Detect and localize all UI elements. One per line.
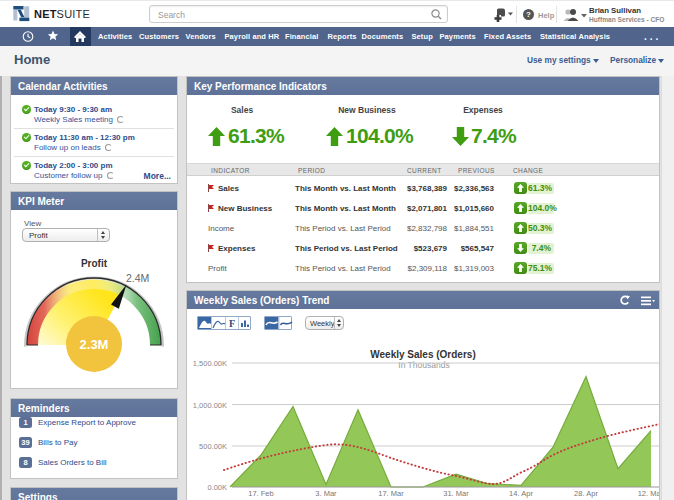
svg-text:14. Apr: 14. Apr (509, 489, 533, 498)
svg-text:2.4M: 2.4M (126, 272, 149, 284)
svg-text:28. Apr: 28. Apr (574, 489, 598, 498)
svg-text:31. Mar: 31. Mar (443, 489, 469, 498)
svg-text:1,500.00K: 1,500.00K (193, 359, 227, 368)
svg-text:500.00K: 500.00K (199, 442, 227, 451)
svg-text:Profit: Profit (81, 258, 108, 269)
svg-text:17. Feb: 17. Feb (248, 489, 273, 498)
svg-text:12. May: 12. May (638, 489, 659, 498)
svg-text:1,000.00K: 1,000.00K (193, 401, 227, 410)
svg-text:In Thousands: In Thousands (398, 360, 449, 370)
svg-text:17. Mar: 17. Mar (378, 489, 404, 498)
svg-text:2.3M: 2.3M (80, 337, 109, 352)
svg-text:F: F (229, 318, 235, 329)
svg-text:0.00K: 0.00K (207, 483, 227, 492)
svg-text:3. Mar: 3. Mar (315, 489, 337, 498)
svg-text:Weekly Sales (Orders): Weekly Sales (Orders) (370, 349, 475, 360)
